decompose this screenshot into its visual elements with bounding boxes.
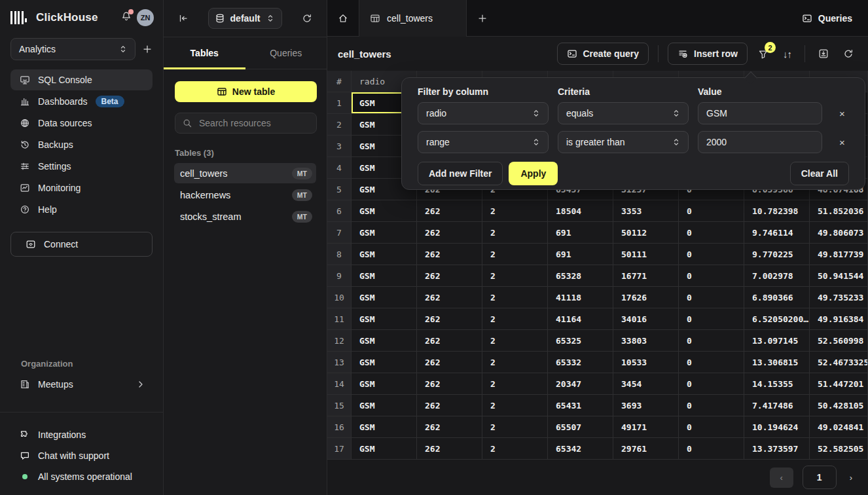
grid-cell[interactable]: 18504 — [548, 200, 613, 222]
notifications-button[interactable] — [121, 11, 132, 24]
refresh-tables-button[interactable] — [299, 10, 315, 26]
filter-value-input[interactable] — [698, 102, 822, 124]
grid-cell[interactable]: 14.15355 — [744, 373, 810, 395]
table-list-item-cell_towers[interactable]: cell_towersMT — [174, 163, 316, 183]
filter-column-select[interactable]: radio — [418, 102, 549, 124]
table-list-item-stocks_stream[interactable]: stocks_streamMT — [174, 206, 316, 227]
refresh-data-button[interactable] — [839, 45, 858, 63]
grid-cell[interactable]: 6.52050200… — [744, 308, 810, 330]
grid-cell[interactable]: 52.4673325 — [810, 352, 868, 373]
next-page-button[interactable]: › — [846, 469, 856, 486]
grid-cell[interactable]: 262 — [417, 265, 482, 287]
grid-cell[interactable]: 50111 — [613, 244, 679, 265]
grid-cell[interactable]: GSM — [352, 438, 417, 460]
sidebar-item-settings[interactable]: Settings — [10, 156, 153, 177]
filter-column-select[interactable]: range — [418, 131, 549, 153]
grid-cell[interactable]: 2 — [482, 200, 548, 222]
insert-row-button[interactable]: Insert row — [668, 43, 748, 65]
tab-cell-towers[interactable]: cell_towers — [359, 0, 467, 37]
grid-cell[interactable]: 51.852036 — [810, 200, 868, 222]
search-input[interactable] — [198, 117, 310, 129]
connect-button[interactable]: Connect — [10, 232, 153, 257]
grid-cell[interactable]: GSM — [352, 244, 417, 265]
grid-cell[interactable]: 2 — [482, 287, 548, 308]
grid-cell[interactable]: 262 — [417, 308, 482, 330]
grid-cell[interactable]: 0 — [679, 352, 744, 373]
queries-button[interactable]: Queries — [802, 13, 852, 24]
workspace-select[interactable]: Analytics — [10, 38, 136, 60]
home-button[interactable] — [327, 0, 359, 37]
grid-cell[interactable]: 7.417486 — [744, 395, 810, 416]
grid-cell[interactable]: 49.024841 — [810, 416, 868, 438]
grid-cell[interactable]: 65328 — [548, 265, 613, 287]
grid-cell[interactable]: 0 — [679, 244, 744, 265]
grid-cell[interactable]: GSM — [352, 308, 417, 330]
grid-cell[interactable]: 0 — [679, 222, 744, 244]
grid-cell[interactable]: 2 — [482, 416, 548, 438]
grid-cell[interactable]: 262 — [417, 416, 482, 438]
grid-cell[interactable]: 29761 — [613, 438, 679, 460]
footer-item-integrations[interactable]: Integrations — [10, 426, 153, 444]
grid-cell[interactable]: GSM — [352, 352, 417, 373]
grid-cell[interactable]: 52.582505 — [810, 438, 868, 460]
grid-cell[interactable]: 65332 — [548, 352, 613, 373]
filter-criteria-select[interactable]: equals — [558, 102, 689, 124]
grid-cell[interactable]: 13.373597 — [744, 438, 810, 460]
sort-button[interactable]: ↓↑ — [779, 45, 795, 64]
collapse-panel-button[interactable] — [175, 10, 191, 26]
grid-cell[interactable]: 0 — [679, 330, 744, 352]
grid-cell[interactable]: 9.770225 — [744, 244, 810, 265]
grid-cell[interactable]: 17626 — [613, 287, 679, 308]
footer-item-chat-support[interactable]: Chat with support — [10, 447, 153, 465]
grid-cell[interactable]: 10533 — [613, 352, 679, 373]
grid-cell[interactable]: 3353 — [613, 200, 679, 222]
grid-cell[interactable]: GSM — [352, 265, 417, 287]
grid-cell[interactable]: 2 — [482, 222, 548, 244]
grid-cell[interactable]: 2 — [482, 244, 548, 265]
grid-cell[interactable]: 0 — [679, 200, 744, 222]
grid-cell[interactable]: 10.782398 — [744, 200, 810, 222]
filter-value-input[interactable] — [698, 131, 822, 153]
search-resources[interactable] — [175, 113, 317, 134]
sidebar-item-help[interactable]: Help — [10, 199, 153, 220]
grid-cell[interactable]: 50.428105 — [810, 395, 868, 416]
sidebar-item-dashboards[interactable]: DashboardsBeta — [10, 91, 153, 112]
current-page[interactable]: 1 — [803, 466, 837, 489]
grid-cell[interactable]: 49171 — [613, 416, 679, 438]
table-list-item-hackernews[interactable]: hackernewsMT — [174, 185, 316, 205]
add-filter-button[interactable]: Add new Filter — [418, 162, 503, 185]
grid-cell[interactable]: 65507 — [548, 416, 613, 438]
database-select[interactable]: default — [208, 8, 283, 29]
grid-cell[interactable]: 2 — [482, 308, 548, 330]
grid-cell[interactable]: 13.097145 — [744, 330, 810, 352]
grid-cell[interactable]: GSM — [352, 330, 417, 352]
sidebar-item-meetups[interactable]: Meetups — [10, 374, 153, 395]
grid-cell[interactable]: 3454 — [613, 373, 679, 395]
grid-header-cell[interactable]: # — [327, 71, 352, 92]
grid-cell[interactable]: 13.306815 — [744, 352, 810, 373]
grid-cell[interactable]: 262 — [417, 373, 482, 395]
grid-cell[interactable]: 262 — [417, 200, 482, 222]
grid-cell[interactable]: 10.194624 — [744, 416, 810, 438]
grid-cell[interactable]: 2 — [482, 373, 548, 395]
remove-filter-button[interactable]: × — [835, 136, 849, 149]
grid-cell[interactable]: GSM — [352, 373, 417, 395]
grid-cell[interactable]: 2 — [482, 395, 548, 416]
grid-cell[interactable]: 6.890366 — [744, 287, 810, 308]
sidebar-item-backups[interactable]: Backups — [10, 134, 153, 155]
grid-cell[interactable]: 2 — [482, 330, 548, 352]
grid-cell[interactable]: GSM — [352, 416, 417, 438]
grid-cell[interactable]: 65325 — [548, 330, 613, 352]
footer-item-status[interactable]: All systems operational — [10, 468, 153, 486]
grid-cell[interactable]: 9.746114 — [744, 222, 810, 244]
grid-cell[interactable]: 0 — [679, 395, 744, 416]
grid-cell[interactable]: 0 — [679, 265, 744, 287]
explorer-tab-queries[interactable]: Queries — [245, 37, 327, 69]
grid-cell[interactable]: 2 — [482, 438, 548, 460]
sidebar-item-data-sources[interactable]: Data sources — [10, 113, 153, 134]
grid-cell[interactable]: 262 — [417, 395, 482, 416]
grid-cell[interactable]: 0 — [679, 438, 744, 460]
avatar[interactable]: ZN — [137, 9, 154, 26]
grid-cell[interactable]: 52.560998 — [810, 330, 868, 352]
grid-cell[interactable]: 50.941544 — [810, 265, 868, 287]
